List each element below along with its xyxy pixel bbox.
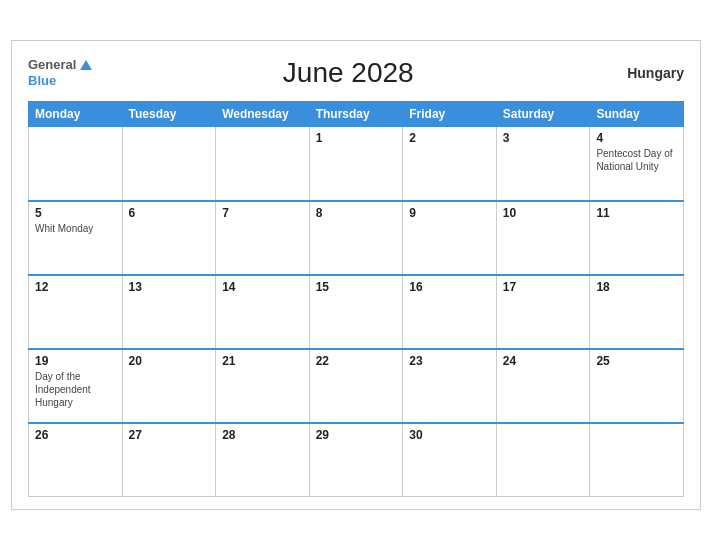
calendar-cell: 23 <box>403 349 497 423</box>
header-sunday: Sunday <box>590 102 684 127</box>
holiday-label: Pentecost Day of National Unity <box>596 147 677 173</box>
day-number: 2 <box>409 131 490 145</box>
day-number: 24 <box>503 354 584 368</box>
calendar-week-row: 2627282930 <box>29 423 684 497</box>
calendar-cell: 7 <box>216 201 310 275</box>
calendar-cell <box>216 127 310 201</box>
holiday-label: Whit Monday <box>35 222 116 235</box>
calendar-cell: 17 <box>496 275 590 349</box>
calendar-cell: 10 <box>496 201 590 275</box>
calendar-week-row: 5Whit Monday67891011 <box>29 201 684 275</box>
day-number: 23 <box>409 354 490 368</box>
calendar-title: June 2028 <box>92 57 604 89</box>
day-number: 4 <box>596 131 677 145</box>
calendar-header: General Blue June 2028 Hungary <box>28 57 684 89</box>
header-wednesday: Wednesday <box>216 102 310 127</box>
day-number: 5 <box>35 206 116 220</box>
calendar-cell: 4Pentecost Day of National Unity <box>590 127 684 201</box>
day-number: 20 <box>129 354 210 368</box>
calendar-cell: 2 <box>403 127 497 201</box>
calendar-cell: 18 <box>590 275 684 349</box>
calendar-cell: 21 <box>216 349 310 423</box>
day-number: 3 <box>503 131 584 145</box>
calendar-week-row: 19Day of the Independent Hungary20212223… <box>29 349 684 423</box>
logo-blue-text: Blue <box>28 73 56 89</box>
logo-triangle-icon <box>80 60 92 70</box>
calendar-cell <box>29 127 123 201</box>
day-number: 13 <box>129 280 210 294</box>
calendar-country: Hungary <box>604 65 684 81</box>
calendar-week-row: 12131415161718 <box>29 275 684 349</box>
calendar-cell: 20 <box>122 349 216 423</box>
calendar-cell: 12 <box>29 275 123 349</box>
day-number: 7 <box>222 206 303 220</box>
calendar-cell: 8 <box>309 201 403 275</box>
calendar-cell: 28 <box>216 423 310 497</box>
header-saturday: Saturday <box>496 102 590 127</box>
calendar-cell: 1 <box>309 127 403 201</box>
calendar-cell: 19Day of the Independent Hungary <box>29 349 123 423</box>
day-number: 8 <box>316 206 397 220</box>
calendar-cell: 6 <box>122 201 216 275</box>
calendar-cell: 15 <box>309 275 403 349</box>
calendar-cell <box>122 127 216 201</box>
calendar-cell: 16 <box>403 275 497 349</box>
day-number: 11 <box>596 206 677 220</box>
calendar-cell: 30 <box>403 423 497 497</box>
calendar-week-row: 1234Pentecost Day of National Unity <box>29 127 684 201</box>
header-friday: Friday <box>403 102 497 127</box>
day-number: 28 <box>222 428 303 442</box>
day-number: 15 <box>316 280 397 294</box>
day-number: 29 <box>316 428 397 442</box>
calendar-cell: 11 <box>590 201 684 275</box>
day-number: 14 <box>222 280 303 294</box>
calendar-cell: 14 <box>216 275 310 349</box>
calendar-cell: 13 <box>122 275 216 349</box>
calendar-cell: 24 <box>496 349 590 423</box>
calendar-cell <box>590 423 684 497</box>
day-number: 6 <box>129 206 210 220</box>
day-number: 1 <box>316 131 397 145</box>
day-number: 30 <box>409 428 490 442</box>
calendar-cell: 3 <box>496 127 590 201</box>
day-number: 18 <box>596 280 677 294</box>
day-number: 16 <box>409 280 490 294</box>
calendar-cell: 25 <box>590 349 684 423</box>
logo-general-text: General <box>28 57 76 73</box>
header-tuesday: Tuesday <box>122 102 216 127</box>
day-number: 17 <box>503 280 584 294</box>
header-thursday: Thursday <box>309 102 403 127</box>
header-monday: Monday <box>29 102 123 127</box>
calendar-container: General Blue June 2028 Hungary Monday Tu… <box>11 40 701 510</box>
day-number: 12 <box>35 280 116 294</box>
calendar-grid: Monday Tuesday Wednesday Thursday Friday… <box>28 101 684 497</box>
day-number: 22 <box>316 354 397 368</box>
calendar-cell: 5Whit Monday <box>29 201 123 275</box>
calendar-cell <box>496 423 590 497</box>
calendar-cell: 27 <box>122 423 216 497</box>
weekday-header-row: Monday Tuesday Wednesday Thursday Friday… <box>29 102 684 127</box>
holiday-label: Day of the Independent Hungary <box>35 370 116 409</box>
calendar-cell: 22 <box>309 349 403 423</box>
day-number: 9 <box>409 206 490 220</box>
day-number: 25 <box>596 354 677 368</box>
day-number: 19 <box>35 354 116 368</box>
day-number: 21 <box>222 354 303 368</box>
day-number: 10 <box>503 206 584 220</box>
day-number: 26 <box>35 428 116 442</box>
day-number: 27 <box>129 428 210 442</box>
calendar-cell: 26 <box>29 423 123 497</box>
logo: General Blue <box>28 57 92 88</box>
calendar-cell: 9 <box>403 201 497 275</box>
calendar-cell: 29 <box>309 423 403 497</box>
